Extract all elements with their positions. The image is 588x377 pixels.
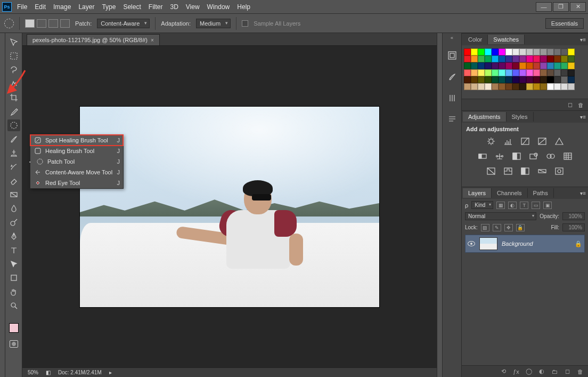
swatch[interactable]: [471, 55, 478, 62]
tab-swatches[interactable]: Swatches: [488, 35, 525, 44]
fill-value[interactable]: 100%: [562, 223, 585, 231]
swatch[interactable]: [512, 62, 519, 69]
threshold-icon[interactable]: [520, 166, 530, 176]
panel-menu-icon[interactable]: ▾≡: [580, 37, 588, 43]
color-lookup-icon[interactable]: [562, 151, 573, 161]
path-select-tool-icon[interactable]: [7, 258, 20, 270]
swatch[interactable]: [533, 76, 540, 83]
new-fill-adj-icon[interactable]: ◐: [538, 368, 545, 375]
selection-new-icon[interactable]: [25, 19, 35, 28]
swatch[interactable]: [533, 62, 540, 69]
tab-paths[interactable]: Paths: [528, 188, 554, 198]
swatch[interactable]: [554, 55, 561, 62]
swatch[interactable]: [485, 83, 492, 90]
patch-select[interactable]: Content-Aware: [97, 19, 150, 28]
swatch[interactable]: [519, 55, 526, 62]
swatch[interactable]: [485, 55, 492, 62]
gradient-map-icon[interactable]: [537, 166, 548, 176]
flyout-patch[interactable]: Patch Tool J: [30, 156, 123, 167]
swatch[interactable]: [505, 76, 512, 83]
filter-smart-icon[interactable]: ▣: [543, 202, 552, 209]
menu-3d[interactable]: 3D: [170, 3, 178, 11]
layer-lock-icon[interactable]: 🔒: [575, 240, 582, 247]
swatch[interactable]: [512, 49, 519, 55]
swatch[interactable]: [505, 55, 512, 62]
swatch[interactable]: [499, 49, 505, 55]
selection-subtract-icon[interactable]: [48, 19, 58, 28]
type-tool-icon[interactable]: [7, 244, 20, 256]
swatch[interactable]: [478, 49, 485, 55]
menu-type[interactable]: Type: [102, 3, 116, 11]
swatch[interactable]: [547, 83, 554, 90]
swatch[interactable]: [554, 76, 561, 83]
link-layers-icon[interactable]: ⟲: [500, 368, 507, 375]
swatch[interactable]: [526, 69, 533, 76]
tab-layers[interactable]: Layers: [463, 188, 492, 198]
swatch[interactable]: [492, 83, 499, 90]
swatch[interactable]: [526, 83, 533, 90]
swatch[interactable]: [499, 55, 505, 62]
menu-edit[interactable]: Edit: [35, 3, 46, 11]
posterize-icon[interactable]: [503, 166, 513, 176]
tab-channels[interactable]: Channels: [492, 188, 527, 198]
crop-tool-icon[interactable]: [7, 92, 20, 103]
swatch[interactable]: [561, 83, 568, 90]
zoom-tool-icon[interactable]: [7, 300, 20, 311]
swatch[interactable]: [540, 76, 547, 83]
tab-adjustments[interactable]: Adjustments: [463, 112, 507, 122]
zoom-value[interactable]: 50%: [28, 370, 38, 375]
eraser-tool-icon[interactable]: [7, 175, 20, 187]
swatch[interactable]: [519, 69, 526, 76]
doc-size[interactable]: Doc: 2.41M/2.41M: [58, 370, 102, 375]
swatch[interactable]: [485, 49, 492, 55]
selective-color-icon[interactable]: [554, 166, 565, 176]
menu-select[interactable]: Select: [123, 3, 141, 11]
tab-color[interactable]: Color: [463, 35, 488, 44]
opacity-value[interactable]: 100%: [562, 212, 585, 220]
swatch[interactable]: [464, 62, 471, 69]
swatch[interactable]: [561, 55, 568, 62]
swatch[interactable]: [547, 76, 554, 83]
levels-icon[interactable]: [503, 137, 513, 146]
swatch[interactable]: [554, 69, 561, 76]
layer-thumb[interactable]: [479, 237, 497, 250]
swatch[interactable]: [547, 55, 554, 62]
swatch[interactable]: [568, 69, 575, 76]
swatch[interactable]: [471, 76, 478, 83]
hand-tool-icon[interactable]: [7, 286, 20, 298]
history-brush-tool-icon[interactable]: [7, 161, 20, 173]
flyout-healing-brush[interactable]: Healing Brush Tool J: [30, 146, 123, 156]
menu-window[interactable]: Window: [207, 3, 230, 11]
swatch[interactable]: [478, 83, 485, 90]
swatch[interactable]: [561, 49, 568, 55]
swatch[interactable]: [505, 69, 512, 76]
swatch[interactable]: [547, 49, 554, 55]
black-white-icon[interactable]: [511, 151, 522, 161]
shape-tool-icon[interactable]: [7, 272, 20, 284]
nav-indicator-icon[interactable]: ◧: [46, 370, 51, 375]
swatch[interactable]: [526, 55, 533, 62]
swatch[interactable]: [533, 69, 540, 76]
swatch[interactable]: [499, 76, 505, 83]
swatch[interactable]: [464, 83, 471, 90]
panel-menu-icon[interactable]: ▾≡: [580, 114, 588, 120]
menu-help[interactable]: Help: [237, 3, 250, 11]
flyout-spot-healing[interactable]: Spot Healing Brush Tool J: [30, 135, 123, 146]
swatch[interactable]: [464, 76, 471, 83]
swatch[interactable]: [533, 49, 540, 55]
right-collapse-strip[interactable]: [437, 33, 442, 377]
swatch[interactable]: [547, 69, 554, 76]
swatch[interactable]: [519, 62, 526, 69]
new-layer-icon[interactable]: ◻: [564, 368, 571, 375]
swatch[interactable]: [568, 49, 575, 55]
delete-swatch-icon[interactable]: 🗑: [578, 102, 584, 108]
lasso-tool-icon[interactable]: [7, 64, 20, 76]
swatch[interactable]: [526, 62, 533, 69]
swatch[interactable]: [478, 69, 485, 76]
panel-menu-icon[interactable]: ▾≡: [580, 190, 588, 196]
adaptation-select[interactable]: Medium: [196, 19, 231, 28]
swatch[interactable]: [554, 62, 561, 69]
marquee-tool-icon[interactable]: [7, 50, 20, 62]
swatch[interactable]: [554, 83, 561, 90]
quick-mask-icon[interactable]: [7, 338, 20, 350]
